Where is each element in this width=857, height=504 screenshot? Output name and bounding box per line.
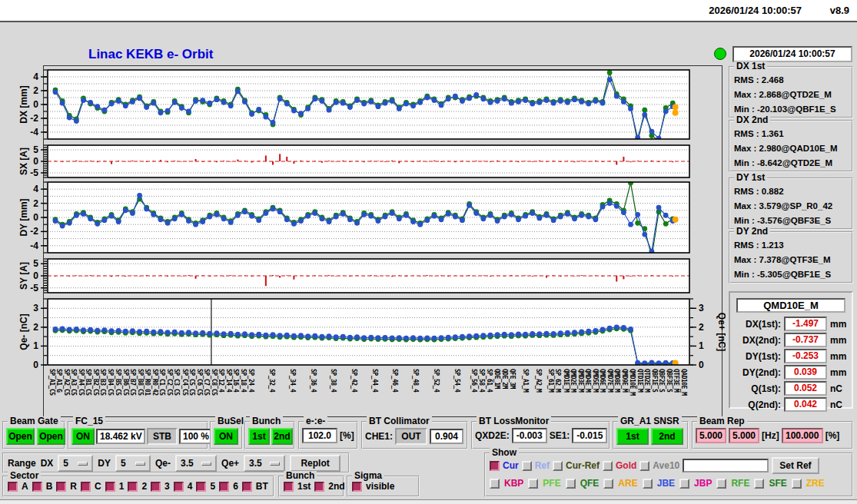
fc15-stb-button[interactable]: STB [147,428,178,445]
stats-title: DX 2nd [734,115,770,125]
beam-gate-2-button[interactable]: Open [37,428,65,445]
svg-text:DX [mm]: DX [mm] [18,85,29,123]
titlebar-version: v8.9 [830,5,849,16]
svg-text:0: 0 [699,360,704,370]
svg-text:-5: -5 [30,283,38,293]
bunch-2nd-button[interactable]: 2nd [271,428,293,445]
bunch-2nd-label: 2nd [328,481,344,492]
x-axis-label: SP_56_4 [470,369,477,392]
x-axis-label: SP_36_4 [310,369,317,392]
beam-rep-hz-unit: [Hz] [762,430,779,441]
gr-a1-2nd-button[interactable]: 2nd [651,428,683,445]
checkbox-sector-bt[interactable] [242,482,252,492]
checkbox-show-ave10[interactable] [639,461,649,471]
readout-unit: mm [830,335,846,346]
x-axis-label: QMD10E_M [629,369,636,396]
sector-b-label: B [46,481,53,492]
replot-button[interactable]: Replot [290,455,340,472]
che1-out-button[interactable]: OUT [395,428,427,445]
show-jbp-label: JBP [694,478,712,489]
checkbox-show-sfe[interactable] [754,479,764,489]
se1-label: SE1: [550,430,570,441]
ref-file-input[interactable] [683,459,769,472]
readout-label: Q(2nd): [733,400,781,410]
readout-label: DX(2nd): [733,335,781,346]
x-axis-label: SP_B7_C5 [129,369,136,396]
application-window: 2026/01/24 10:00:57 v8.9 Linac KEKB e- O… [0,0,857,504]
checkbox-sector-2[interactable] [128,482,138,492]
sector-a-label: A [22,481,28,492]
checkbox-sector-a[interactable] [8,482,18,492]
stats-dy-1st: DY 1st RMS : 0.882 Max : 3.579@SP_R0_42 … [729,177,853,230]
stats-dy-2nd: DY 2nd RMS : 1.213 Max : 7.378@QTF3E_M M… [729,231,853,284]
group-ee-ratio: e-:e- 102.0 [%] [298,421,358,449]
gr-a1-1st-button[interactable]: 1st [616,428,649,445]
svg-text:0: 0 [33,360,38,370]
stats-min: Min : -5.305@QBF1E_S [730,267,852,282]
svg-text:SX [A]: SX [A] [18,148,29,175]
fc15-on-button[interactable]: ON [71,428,95,445]
readout-unit: mm [830,351,846,362]
checkbox-show-rfe[interactable] [716,479,726,489]
checkbox-show-pfe[interactable] [528,479,538,489]
checkbox-show-qfe[interactable] [566,479,576,489]
titlebar-timestamp: 2026/01/24 10:00:57 [709,5,802,16]
checkbox-bunch-2nd[interactable] [314,482,324,492]
readout-value: -1.497 [784,317,827,331]
x-axis-label: QMD6E_M [599,369,606,392]
checkbox-show-ref[interactable] [522,461,532,471]
beam-gate-1-button[interactable]: Open [6,428,35,445]
checkbox-show-cur-ref[interactable] [553,461,563,471]
checkbox-sector-1[interactable] [105,482,115,492]
x-axis-label: SP_62_M [554,369,561,392]
checkbox-show-zre[interactable] [792,479,802,489]
range-qep-select[interactable]: 3.5 [244,455,285,472]
checkbox-show-jbp[interactable] [679,479,689,489]
x-axis-label: SP_C2_C5 [166,369,173,396]
checkbox-sector-b[interactable] [32,482,42,492]
bunch-1st-button[interactable]: 1st [248,428,270,445]
beam-rep-percent-unit: [%] [825,430,840,441]
checkbox-sector-6[interactable] [219,482,229,492]
monitor-readout-panel: QMD10E_M DX(1st):-1.497mm DX(2nd):-0.737… [729,291,853,409]
x-axis-label: QTD1E_M [636,369,643,392]
set-ref-button[interactable]: Set Ref [772,457,819,474]
svg-text:4: 4 [33,71,38,82]
checkbox-bunch-1st[interactable] [284,482,294,492]
stats-rms: RMS : 2.468 [730,73,852,88]
checkbox-sigma-visible[interactable] [352,482,362,492]
x-axis-label: QMD4E_M [584,369,591,392]
checkbox-sector-c[interactable] [81,482,91,492]
group-show: Show CurRefCur-RefGoldAve10 Set Ref KBPP… [484,453,853,497]
checkbox-sector-5[interactable] [196,482,206,492]
fc15-kv-value: 18.462 kV [96,429,145,444]
readout-value: 0.042 [784,397,827,412]
checkbox-show-cur[interactable] [490,461,500,471]
checkbox-show-are[interactable] [603,479,613,489]
checkbox-sector-r[interactable] [56,482,66,492]
window-titlebar: 2026/01/24 10:00:57 v8.9 [0,0,857,21]
checkbox-sector-4[interactable] [174,482,184,492]
range-qem-select[interactable]: 3.5 [175,455,217,472]
ee-ratio-unit: [%] [340,430,354,441]
x-axis-label: SP_32_4 [268,369,275,392]
readout-value: 0.052 [784,381,827,396]
option-menu-icon [78,462,88,466]
x-axis-label: SP_18_4 [240,369,247,392]
group-title: Sigma [352,471,384,481]
x-axis-label: SP_24_4 [247,369,254,392]
sector-bt-label: BT [256,481,268,492]
busel-on-button[interactable]: ON [214,428,238,445]
checkbox-show-gold[interactable] [603,461,613,471]
checkbox-show-kbp[interactable] [490,479,500,489]
x-axis-label: QMD7E_M [606,369,613,392]
range-dx-select[interactable]: 5 [58,455,93,472]
svg-text:0: 0 [33,212,38,223]
sigma-visible-label: visible [366,481,394,492]
show-qfe-label: QFE [580,478,600,489]
option-menu-icon [270,462,280,466]
range-dy-select[interactable]: 5 [115,455,151,472]
plot-qe-: 3210Qe- [nC]3210Qe+ [nC] [18,294,726,370]
checkbox-show-jbe[interactable] [643,479,653,489]
checkbox-sector-3[interactable] [151,482,161,492]
